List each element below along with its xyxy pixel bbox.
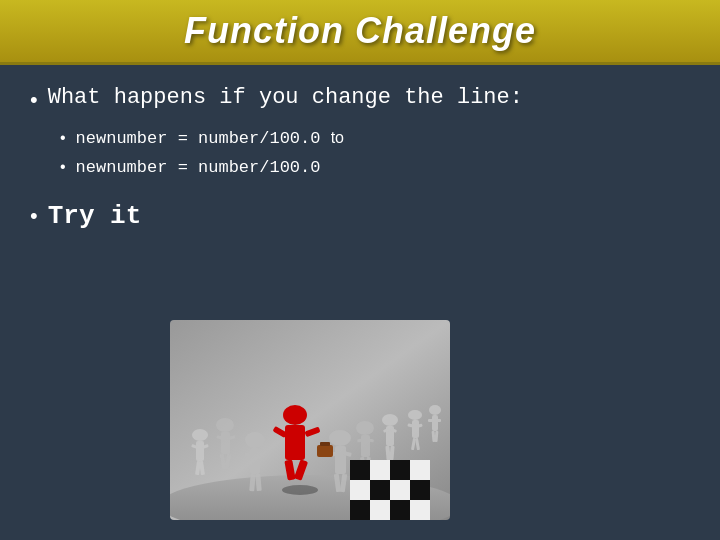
svg-rect-55 (320, 442, 330, 446)
sub-bullet-1: • newnumber = number/100.0 to (60, 129, 690, 148)
svg-rect-64 (370, 480, 390, 500)
svg-rect-27 (196, 441, 204, 461)
try-it-text: Try it (48, 201, 142, 231)
svg-rect-65 (390, 480, 410, 500)
sub-bullet-text-1: newnumber = number/100.0 to (76, 129, 344, 148)
bullet-point-2: • (30, 203, 38, 229)
svg-point-44 (245, 432, 265, 448)
svg-rect-54 (317, 445, 333, 457)
svg-rect-60 (370, 460, 390, 480)
content-area: • What happens if you change the line: •… (0, 65, 720, 540)
svg-point-58 (282, 485, 318, 495)
bullet-text-1: What happens if you change the line: (48, 85, 523, 110)
svg-rect-22 (428, 419, 433, 422)
svg-point-32 (216, 418, 234, 432)
svg-rect-23 (436, 419, 441, 422)
try-it-item: • Try it (30, 201, 690, 231)
sub-bullet-text-2: newnumber = number/100.0 (76, 158, 321, 177)
svg-rect-61 (390, 460, 410, 480)
svg-point-50 (283, 405, 307, 425)
svg-rect-33 (221, 432, 230, 454)
svg-rect-15 (361, 435, 370, 457)
svg-point-8 (408, 410, 422, 420)
svg-rect-51 (285, 425, 305, 460)
svg-rect-45 (250, 448, 260, 474)
title-bar: Function Challenge (0, 0, 720, 65)
svg-rect-66 (410, 480, 430, 500)
svg-point-26 (192, 429, 208, 441)
svg-point-38 (329, 430, 351, 446)
svg-rect-70 (410, 500, 430, 520)
svg-rect-21 (432, 415, 438, 431)
svg-rect-68 (370, 500, 390, 520)
crowd-svg (170, 320, 450, 520)
svg-rect-9 (412, 420, 419, 438)
svg-rect-67 (350, 500, 370, 520)
svg-rect-59 (350, 460, 370, 480)
svg-rect-63 (350, 480, 370, 500)
sub-bullet-2: • newnumber = number/100.0 (60, 158, 690, 177)
crowd-image (170, 320, 450, 520)
svg-rect-39 (335, 446, 346, 474)
svg-point-2 (382, 414, 398, 426)
sub-bullet-point-1: • (60, 129, 66, 147)
svg-point-14 (356, 421, 374, 435)
sub-bullet-point-2: • (60, 158, 66, 176)
svg-rect-62 (410, 460, 430, 480)
bullet-item-1: • What happens if you change the line: (30, 85, 690, 113)
svg-point-20 (429, 405, 441, 415)
svg-rect-69 (390, 500, 410, 520)
sub-bullets: • newnumber = number/100.0 to • newnumbe… (60, 129, 690, 187)
slide-title: Function Challenge (184, 10, 536, 51)
slide: Function Challenge • What happens if you… (0, 0, 720, 540)
bullet-point-1: • (30, 87, 38, 113)
